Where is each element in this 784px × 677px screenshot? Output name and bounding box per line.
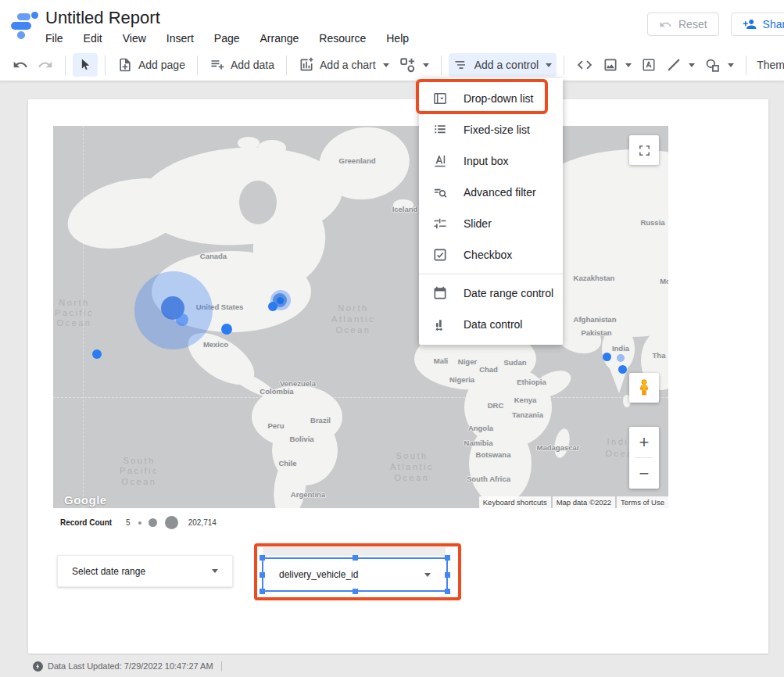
menu-item-date-range-control[interactable]: Date range control (419, 278, 563, 309)
map-label: Angola (468, 424, 493, 432)
insert-text-button[interactable] (636, 53, 661, 77)
toolbar-divider (105, 56, 106, 75)
menu-arrange[interactable]: Arrange (260, 32, 299, 45)
add-data-label: Add data (231, 59, 274, 71)
google-maps-logo: Google (64, 493, 107, 507)
selection-handle[interactable] (260, 555, 265, 561)
map-label: Ocean (336, 325, 371, 335)
embed-url-button[interactable] (571, 53, 598, 77)
menu-item-drop-down-list[interactable]: Drop-down list (419, 83, 563, 114)
bubble-size-legend: Record Count 5 202,714 (60, 516, 217, 529)
map-label: Peru (267, 421, 284, 430)
chevron-down-icon (424, 573, 431, 577)
map-bubble[interactable] (221, 324, 232, 335)
insert-line-button[interactable] (661, 53, 700, 77)
chevron-down-icon (423, 63, 429, 67)
map-bubble[interactable] (92, 349, 102, 359)
map-label: Atlantic (390, 462, 434, 471)
menu-item-slider[interactable]: Slider (419, 208, 563, 239)
menu-resource[interactable]: Resource (319, 32, 366, 45)
map-label: Pacific (55, 308, 94, 317)
map-fullscreen-button[interactable] (629, 135, 659, 165)
toolbar-divider (564, 56, 564, 75)
map-label: Atlantic (331, 314, 375, 324)
data-studio-logo-icon[interactable] (10, 11, 38, 39)
map-bubble[interactable] (603, 353, 611, 361)
keyboard-shortcuts-link[interactable]: Keyboard shortcuts (479, 496, 551, 508)
selection-handle[interactable] (445, 572, 450, 578)
menu-view[interactable]: View (123, 32, 146, 45)
selection-handle[interactable] (445, 555, 450, 561)
vehicle-dropdown-control[interactable]: delivery_vehicle_id (262, 557, 448, 592)
reset-button[interactable]: Reset (647, 13, 719, 36)
legend-metric-label: Record Count (60, 518, 112, 527)
date-range-control[interactable]: Select date range (57, 555, 233, 587)
menu-item-input-box[interactable]: Input box (419, 145, 563, 177)
insert-shape-button[interactable] (700, 53, 739, 77)
theme-and-layout-button[interactable]: Theme and layout (757, 59, 784, 71)
selection-handle[interactable] (445, 589, 450, 594)
report-title[interactable]: Untitled Report (45, 8, 160, 28)
fullscreen-icon (638, 144, 651, 157)
map-label: Mexico (203, 340, 228, 349)
selection-handle[interactable] (260, 589, 265, 594)
map-label: Mali (434, 356, 448, 365)
menu-item-label: Drop-down list (464, 92, 533, 105)
map-label: Tha (653, 351, 666, 360)
map-attribution: Keyboard shortcuts Map data ©2022 Terms … (478, 496, 668, 508)
map-label: North (59, 298, 89, 307)
redo-button[interactable] (33, 53, 58, 77)
slider-icon (432, 216, 448, 231)
legend-max-value: 202,714 (188, 518, 217, 527)
menu-item-data-control[interactable]: Data control (419, 309, 563, 340)
geo-map[interactable]: GreenlandIcelandCanadaUnited StatesMexic… (53, 126, 668, 508)
add-chart-button[interactable]: Add a chart (294, 53, 394, 77)
add-data-button[interactable]: Add data (205, 53, 279, 77)
map-bubble[interactable] (268, 302, 277, 311)
map-label: Greenland (339, 156, 376, 165)
image-icon (603, 57, 618, 73)
community-visualizations-button[interactable] (394, 53, 434, 77)
add-control-button[interactable]: Add a control (449, 53, 557, 77)
date-range-icon (432, 285, 448, 301)
menubar: File Edit View Insert Page Arrange Resou… (45, 32, 409, 45)
selection-handle[interactable] (353, 555, 358, 561)
map-bubble[interactable] (176, 313, 188, 326)
legend-min-value: 5 (126, 518, 131, 527)
insert-image-button[interactable] (598, 53, 636, 77)
fixed-size-list-icon (432, 122, 448, 138)
menu-help[interactable]: Help (386, 32, 409, 45)
map-label: Kazakhstan (574, 274, 615, 282)
share-label: Share (763, 18, 784, 30)
map-label: Niger (458, 357, 477, 366)
menu-edit[interactable]: Edit (84, 32, 102, 45)
map-bubble[interactable] (277, 297, 284, 304)
pegman-street-view-button[interactable] (629, 373, 659, 403)
menu-file[interactable]: File (45, 32, 63, 45)
map-label: Pakistan (581, 328, 611, 337)
terms-of-use-link[interactable]: Terms of Use (617, 496, 668, 508)
reset-label: Reset (678, 18, 707, 30)
zoom-in-button[interactable]: + (629, 427, 659, 457)
map-label: South Africa (467, 475, 510, 483)
redo-icon (38, 57, 53, 73)
selection-handle[interactable] (260, 572, 265, 578)
undo-button[interactable] (8, 53, 33, 77)
map-bubble[interactable] (618, 365, 627, 374)
data-last-updated: Data Last Updated: 7/29/2022 10:47:27 AM (48, 661, 213, 671)
chevron-down-icon (625, 63, 632, 67)
select-tool-button[interactable] (73, 53, 98, 77)
menu-page[interactable]: Page (214, 32, 240, 45)
menu-insert[interactable]: Insert (166, 32, 194, 45)
map-label: Ocean (122, 477, 157, 486)
menu-item-label: Fixed-size list (464, 124, 530, 136)
menu-item-checkbox[interactable]: Checkbox (419, 239, 563, 270)
selection-handle[interactable] (353, 589, 358, 594)
add-page-button[interactable]: Add page (113, 53, 190, 77)
map-bubble[interactable] (617, 354, 625, 362)
zoom-out-button[interactable]: − (629, 458, 659, 489)
menu-item-advanced-filter[interactable]: Advanced filter (419, 177, 563, 208)
share-button[interactable]: Share (731, 13, 784, 36)
menu-item-fixed-size-list[interactable]: Fixed-size list (419, 114, 563, 145)
report-page[interactable]: GreenlandIcelandCanadaUnited StatesMexic… (28, 99, 768, 654)
